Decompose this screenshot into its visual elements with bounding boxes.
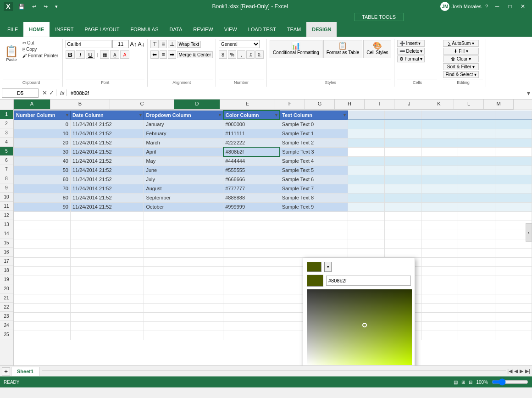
cell-13a[interactable] — [14, 221, 71, 230]
cell-4d[interactable]: #222222 — [223, 138, 280, 147]
cell-5h[interactable] — [421, 147, 458, 156]
cell-8e[interactable]: Sample Text 6 — [280, 175, 348, 184]
row-num-14[interactable]: 14 — [0, 229, 13, 238]
insert-cells-btn[interactable]: ➕Insert▾ — [397, 40, 425, 47]
cell-8c[interactable]: July — [144, 175, 223, 184]
row-num-8[interactable]: 8 — [0, 174, 13, 183]
cell-8j[interactable] — [495, 175, 532, 184]
confirm-formula-icon[interactable]: ✓ — [49, 89, 54, 96]
row-num-1[interactable]: 1 — [0, 110, 13, 119]
cell-10j[interactable] — [495, 193, 532, 202]
cell-5e[interactable]: Sample Text 3 — [280, 147, 348, 156]
header-cell-b[interactable]: Date Column ▾ — [70, 111, 144, 120]
cell-6e[interactable]: Sample Text 4 — [280, 156, 348, 166]
cell-4b[interactable]: 11/24/2014 21:52 — [70, 138, 144, 147]
formula-input[interactable] — [69, 88, 525, 98]
cell-styles-btn[interactable]: 🎨 Cell Styles — [363, 40, 391, 58]
col-header-k[interactable]: K — [424, 100, 454, 110]
row-num-3[interactable]: 3 — [0, 128, 13, 138]
row-num-2[interactable]: 2 — [0, 119, 13, 128]
cell-4a[interactable]: 20 — [14, 138, 71, 147]
cell-9f[interactable] — [348, 184, 384, 193]
cell-4f[interactable] — [348, 138, 384, 147]
sum-btn[interactable]: ∑ AutoSum ▾ — [443, 40, 478, 47]
cell-2e[interactable]: Sample Text 0 — [280, 120, 348, 129]
cell-11f[interactable] — [348, 202, 384, 211]
cell-12e[interactable] — [280, 211, 348, 221]
row-num-19[interactable]: 19 — [0, 275, 13, 284]
increase-font-btn[interactable]: A↑ — [130, 41, 137, 48]
cell-2g[interactable] — [384, 120, 421, 129]
cell-12j[interactable] — [495, 211, 532, 221]
col-header-h[interactable]: H — [335, 100, 365, 110]
cell-3b[interactable]: 11/24/2014 21:52 — [70, 129, 144, 138]
font-color-button[interactable]: A — [120, 50, 129, 59]
font-size-input[interactable] — [112, 40, 129, 48]
cell-6c[interactable]: May — [144, 156, 223, 166]
merge-center-btn[interactable]: Merge & Center — [177, 51, 213, 58]
cell-7i[interactable] — [458, 166, 495, 175]
col-header-l[interactable]: L — [454, 100, 484, 110]
align-center-btn[interactable]: ≡ — [160, 50, 166, 59]
cell-7a[interactable]: 50 — [14, 166, 71, 175]
cell-7c[interactable]: June — [144, 166, 223, 175]
cell-7d[interactable]: #555555 — [223, 166, 280, 175]
cell-8i[interactable] — [458, 175, 495, 184]
align-top-btn[interactable]: ⊤ — [150, 40, 159, 48]
col-header-c[interactable]: C — [110, 100, 174, 110]
cell-11h[interactable] — [421, 202, 458, 211]
cell-9e[interactable]: Sample Text 7 — [280, 184, 348, 193]
col-header-j[interactable]: J — [394, 100, 424, 110]
cell-18a[interactable] — [14, 266, 71, 276]
row-num-20[interactable]: 20 — [0, 284, 13, 293]
cell-12h[interactable] — [421, 211, 458, 221]
italic-button[interactable]: I — [76, 50, 85, 59]
cell-2j[interactable] — [495, 120, 532, 129]
cell-7j[interactable] — [495, 166, 532, 175]
cancel-formula-icon[interactable]: ✕ — [42, 89, 47, 96]
cell-24a[interactable] — [14, 321, 71, 331]
add-sheet-btn[interactable]: + — [2, 367, 10, 376]
tab-design[interactable]: DESIGN — [306, 22, 337, 37]
cell-9j[interactable] — [495, 184, 532, 193]
filter-btn-c[interactable]: ▾ — [219, 113, 221, 117]
cell-7h[interactable] — [421, 166, 458, 175]
filter-btn-a[interactable]: ▾ — [66, 113, 68, 117]
align-bottom-btn[interactable]: ⊥ — [168, 40, 176, 48]
cell-6i[interactable] — [458, 156, 495, 166]
cell-9i[interactable] — [458, 184, 495, 193]
filter-btn-d[interactable]: ▾ — [275, 113, 277, 117]
view-normal-btn[interactable]: ▤ — [454, 380, 458, 385]
cell-8f[interactable] — [348, 175, 384, 184]
cell-8h[interactable] — [421, 175, 458, 184]
cell-10g[interactable] — [384, 193, 421, 202]
collapse-panel-btn[interactable]: ‹ — [526, 223, 532, 242]
cell-9b[interactable]: 11/24/2014 21:52 — [70, 184, 144, 193]
cell-6a[interactable]: 40 — [14, 156, 71, 166]
cell-5a[interactable]: 30 — [14, 147, 71, 156]
cell-2a[interactable]: 0 — [14, 120, 71, 129]
sort-filter-btn[interactable]: Sort & Filter ▾ — [443, 63, 478, 70]
cell-12a[interactable] — [14, 211, 71, 221]
cell-3e[interactable]: Sample Text 1 — [280, 129, 348, 138]
cell-4i[interactable] — [458, 138, 495, 147]
header-empty-g[interactable] — [384, 111, 421, 120]
cell-10h[interactable] — [421, 193, 458, 202]
header-empty-f[interactable] — [348, 111, 384, 120]
customize-quick-btn[interactable]: ▾ — [53, 3, 60, 11]
cell-9g[interactable] — [384, 184, 421, 193]
row-num-6[interactable]: 6 — [0, 156, 13, 165]
cell-25a[interactable] — [14, 331, 71, 340]
row-num-18[interactable]: 18 — [0, 266, 13, 275]
tab-load-test[interactable]: LOAD TEST — [243, 22, 282, 37]
col-header-i[interactable]: I — [365, 100, 394, 110]
cell-12g[interactable] — [384, 211, 421, 221]
cell-8g[interactable] — [384, 175, 421, 184]
cell-4c[interactable]: March — [144, 138, 223, 147]
cp-dropdown-btn[interactable]: ▾ — [324, 262, 332, 272]
cell-3a[interactable]: 10 — [14, 129, 71, 138]
row-num-15[interactable]: 15 — [0, 238, 13, 248]
cell-9a[interactable]: 70 — [14, 184, 71, 193]
cell-3h[interactable] — [421, 129, 458, 138]
clear-btn[interactable]: 🗑 Clear ▾ — [443, 55, 478, 62]
